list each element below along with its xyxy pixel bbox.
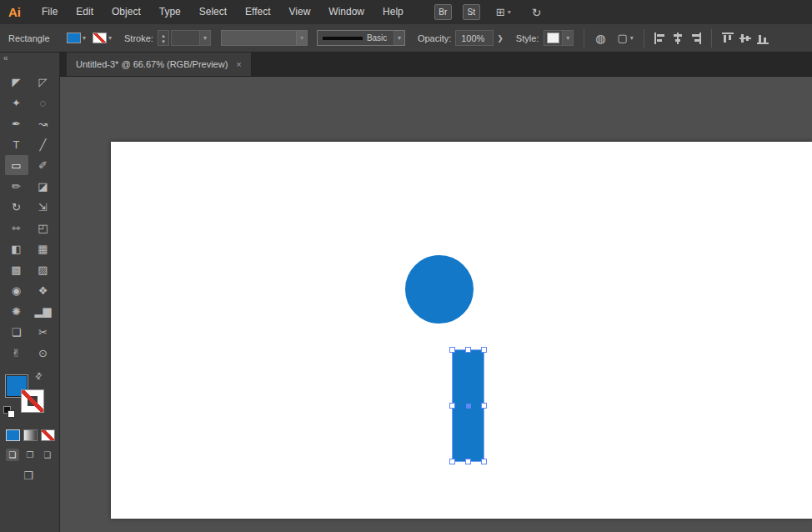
selection-center-point[interactable] bbox=[466, 404, 471, 409]
magic-wand-tool[interactable]: ✦ bbox=[5, 93, 28, 113]
style-select[interactable]: ▾ bbox=[544, 30, 574, 46]
width-tool[interactable]: ⇿ bbox=[5, 218, 28, 238]
swap-fill-stroke-icon[interactable]: ⇄ bbox=[33, 370, 44, 382]
column-graph-tool[interactable]: ▂▆ bbox=[32, 301, 55, 321]
symbol-sprayer-tool[interactable]: ✺ bbox=[5, 301, 28, 321]
selection-handle-ne[interactable] bbox=[481, 347, 487, 353]
rotate-tool[interactable]: ↻ bbox=[5, 197, 28, 217]
selection-handle-w[interactable] bbox=[449, 403, 455, 409]
control-bar: Rectangle ▾ ▾ Stroke: ▴ ▾ ▾ ▾ Basic ▾ Op… bbox=[0, 24, 812, 53]
chevron-down-icon[interactable]: ▾ bbox=[199, 31, 210, 45]
paintbrush-tool[interactable]: ✐ bbox=[32, 155, 55, 175]
artboard-tool[interactable]: ❏ bbox=[5, 322, 28, 342]
lasso-tool[interactable]: ◌ bbox=[32, 93, 55, 113]
collapse-panel-icon[interactable]: « bbox=[0, 53, 59, 65]
stroke-label[interactable]: Stroke: bbox=[124, 33, 153, 43]
line-segment-tool[interactable]: ╱ bbox=[32, 134, 55, 154]
illustrator-logo[interactable]: Ai bbox=[8, 5, 21, 19]
draw-behind-button[interactable]: ❐ bbox=[23, 449, 37, 461]
brush-definition-select[interactable]: Basic ▾ bbox=[317, 30, 405, 46]
stroke-swatch[interactable] bbox=[21, 389, 44, 413]
stepper-down-icon[interactable]: ▾ bbox=[162, 38, 165, 44]
stepper-up-icon[interactable]: ▴ bbox=[162, 33, 165, 38]
stroke-none-swatch[interactable] bbox=[93, 33, 107, 43]
selection-handle-e[interactable] bbox=[481, 403, 487, 409]
horizontal-align-left-icon[interactable] bbox=[654, 33, 666, 44]
menu-select[interactable]: Select bbox=[190, 0, 236, 24]
menu-edit[interactable]: Edit bbox=[67, 0, 103, 24]
none-button[interactable] bbox=[41, 429, 55, 441]
type-tool[interactable]: T bbox=[5, 134, 28, 154]
direct-selection-tool[interactable]: ◸ bbox=[32, 72, 55, 92]
blend-tool[interactable]: ❖ bbox=[32, 280, 55, 300]
width-profile-select[interactable]: ▾ bbox=[221, 30, 308, 46]
stroke-width-stepper[interactable]: ▴ ▾ bbox=[158, 30, 169, 46]
menu-help[interactable]: Help bbox=[373, 0, 413, 24]
divider bbox=[644, 29, 644, 48]
perspective-grid-tool[interactable]: ▦ bbox=[32, 238, 55, 258]
recolor-artwork-icon[interactable]: ◍ bbox=[595, 32, 605, 45]
menu-view[interactable]: View bbox=[280, 0, 320, 24]
horizontal-align-center-icon[interactable] bbox=[672, 33, 684, 44]
menu-effect[interactable]: Effect bbox=[236, 0, 279, 24]
opacity-field[interactable]: 100% bbox=[455, 30, 494, 46]
fill-swatch[interactable] bbox=[67, 33, 81, 43]
eraser-tool[interactable]: ◪ bbox=[32, 176, 55, 196]
close-icon[interactable]: × bbox=[236, 59, 241, 69]
document-setup-control[interactable]: ▢ ▾ bbox=[618, 32, 634, 44]
shaper-tool[interactable]: ✏ bbox=[5, 176, 28, 196]
curvature-tool[interactable]: ↝ bbox=[32, 113, 55, 133]
selection-handle-nw[interactable] bbox=[449, 347, 455, 353]
draw-inside-button[interactable]: ❑ bbox=[41, 449, 54, 461]
selection-handle-se[interactable] bbox=[481, 459, 487, 464]
style-label[interactable]: Style: bbox=[516, 33, 539, 43]
bridge-icon[interactable]: Br bbox=[434, 4, 452, 20]
selection-handle-s[interactable] bbox=[465, 459, 471, 464]
shape-builder-tool[interactable]: ◧ bbox=[5, 238, 28, 258]
chevron-down-icon[interactable]: ▾ bbox=[393, 31, 404, 45]
canvas-area[interactable] bbox=[60, 77, 812, 532]
horizontal-align-right-icon[interactable] bbox=[689, 33, 701, 44]
free-transform-tool[interactable]: ◰ bbox=[32, 218, 55, 238]
mesh-tool[interactable]: ▩ bbox=[5, 259, 28, 279]
gradient-button[interactable] bbox=[23, 429, 38, 441]
draw-normal-button[interactable]: ❏ bbox=[6, 449, 19, 461]
eyedropper-tool[interactable]: ◉ bbox=[5, 280, 28, 300]
stroke-color-control[interactable]: ▾ bbox=[93, 33, 112, 43]
color-button[interactable] bbox=[6, 429, 20, 441]
hand-tool[interactable]: ✌ bbox=[5, 343, 28, 363]
zoom-tool[interactable]: ⊙ bbox=[32, 343, 55, 363]
vertical-align-top-icon[interactable] bbox=[722, 33, 734, 44]
slice-tool[interactable]: ✂ bbox=[32, 322, 55, 342]
fill-color-control[interactable]: ▾ bbox=[67, 33, 86, 43]
document-tab[interactable]: Untitled-3* @ 66.67% (RGB/Preview) × bbox=[67, 53, 252, 76]
menu-window[interactable]: Window bbox=[319, 0, 373, 24]
sync-icon[interactable]: ↻ bbox=[532, 6, 542, 19]
vertical-align-center-icon[interactable] bbox=[739, 33, 751, 44]
scale-tool[interactable]: ⇲ bbox=[32, 197, 55, 217]
menu-file[interactable]: File bbox=[33, 0, 67, 24]
selection-handle-sw[interactable] bbox=[449, 459, 455, 464]
gradient-tool[interactable]: ▨ bbox=[32, 259, 55, 279]
menu-type[interactable]: Type bbox=[150, 0, 190, 24]
opacity-label[interactable]: Opacity: bbox=[418, 33, 451, 43]
default-fill-stroke-icon[interactable] bbox=[3, 406, 17, 419]
rectangle-tool[interactable]: ▭ bbox=[5, 155, 28, 175]
chevron-down-icon[interactable]: ▾ bbox=[296, 31, 307, 45]
pen-tool[interactable]: ✒ bbox=[5, 113, 28, 133]
vertical-align-bottom-icon[interactable] bbox=[757, 33, 769, 44]
selection-tool[interactable]: ◤ bbox=[5, 72, 28, 92]
screen-mode-button[interactable]: ❒ bbox=[20, 469, 37, 482]
workspace-switcher[interactable]: ⊞ ▾ bbox=[496, 6, 511, 18]
artboard[interactable] bbox=[111, 142, 812, 519]
selection-handle-n[interactable] bbox=[465, 347, 471, 353]
donut-shape[interactable] bbox=[405, 255, 474, 324]
stroke-width-select[interactable]: ▾ bbox=[171, 30, 211, 46]
horizontal-align-controls bbox=[654, 33, 701, 44]
chevron-down-icon[interactable]: ▾ bbox=[108, 34, 112, 42]
chevron-down-icon[interactable]: ▾ bbox=[83, 34, 86, 42]
chevron-down-icon[interactable]: ▾ bbox=[562, 31, 573, 45]
menu-object[interactable]: Object bbox=[103, 0, 150, 24]
stock-icon[interactable]: St bbox=[463, 4, 480, 20]
opacity-flyout-icon[interactable]: ❯ bbox=[497, 34, 504, 43]
